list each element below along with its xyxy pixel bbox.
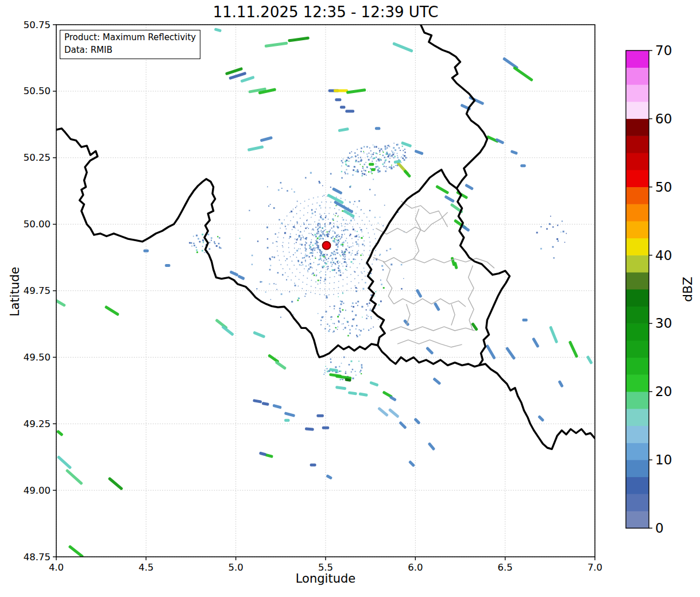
clutter-speckle — [273, 207, 275, 209]
clutter-speckle — [366, 166, 368, 168]
clutter-speckle — [354, 201, 355, 202]
clutter-speckle — [376, 157, 377, 158]
clutter-speckle — [303, 223, 304, 224]
clutter-speckle — [366, 309, 367, 311]
clutter-speckle — [270, 265, 271, 266]
clutter-speckle — [334, 305, 335, 307]
clutter-speckle — [363, 173, 365, 175]
clutter-speckle — [359, 371, 361, 373]
colorbar-segment — [626, 238, 649, 255]
clutter-speckle — [330, 230, 331, 231]
clutter-speckle — [380, 152, 381, 153]
clutter-speckle — [347, 166, 348, 167]
clutter-speckle — [211, 237, 212, 239]
clutter-speckle — [351, 261, 353, 263]
colorbar-segment — [626, 272, 649, 289]
clutter-speckle — [340, 274, 342, 276]
clutter-speckle — [361, 151, 362, 152]
echo-cell — [57, 455, 72, 470]
clutter-speckle — [284, 232, 286, 234]
clutter-speckle — [386, 153, 388, 154]
colorbar-segment — [626, 494, 649, 511]
clutter-speckle — [305, 177, 306, 178]
clutter-speckle — [372, 173, 373, 174]
clutter-speckle — [339, 366, 340, 367]
clutter-speckle — [366, 318, 367, 319]
clutter-speckle — [318, 231, 319, 232]
echo-cell — [513, 66, 533, 82]
clutter-speckle — [339, 371, 340, 372]
clutter-speckle — [293, 191, 295, 192]
clutter-speckle — [374, 217, 376, 218]
colorbar-tick-label: 70 — [655, 43, 672, 58]
clutter-speckle — [362, 273, 363, 274]
clutter-speckle — [387, 156, 388, 157]
clutter-speckle — [366, 154, 368, 155]
clutter-speckle — [302, 264, 303, 265]
regional-borders-group — [373, 201, 494, 347]
clutter-speckle — [380, 217, 381, 218]
clutter-speckle — [325, 217, 326, 218]
clutter-speckle — [361, 306, 363, 308]
clutter-speckle — [324, 230, 325, 231]
clutter-speckle — [345, 161, 346, 162]
echo-cell — [310, 464, 316, 467]
clutter-speckle — [342, 210, 343, 212]
clutter-speckle — [330, 262, 332, 263]
clutter-speckle — [338, 265, 340, 267]
clutter-speckle — [363, 146, 365, 147]
clutter-speckle — [304, 296, 305, 297]
clutter-speckle — [325, 366, 326, 367]
clutter-speckle — [358, 237, 359, 238]
clutter-speckle — [378, 223, 379, 224]
echo-cell — [237, 274, 245, 280]
clutter-speckle — [341, 251, 343, 253]
clutter-speckle — [371, 156, 372, 157]
clutter-speckle — [337, 327, 338, 328]
clutter-speckle — [355, 241, 357, 242]
clutter-speckle — [315, 258, 316, 259]
echo-cell — [214, 28, 222, 32]
regional-border-path — [413, 209, 421, 259]
clutter-speckle — [350, 220, 352, 222]
clutter-speckle — [345, 371, 346, 372]
echo-cell — [414, 149, 423, 155]
clutter-speckle — [329, 325, 330, 327]
radar-site-marker — [323, 242, 331, 250]
clutter-speckle — [378, 304, 380, 305]
clutter-speckle — [352, 319, 354, 320]
colorbar-segment — [626, 340, 649, 358]
clutter-speckle — [397, 157, 399, 158]
colorbar-segment — [626, 306, 649, 323]
clutter-speckle — [326, 295, 327, 296]
clutter-speckle — [345, 249, 347, 250]
clutter-speckle — [281, 223, 283, 224]
clutter-speckle — [269, 258, 270, 259]
clutter-speckle — [342, 251, 343, 252]
echo-cell — [326, 474, 332, 480]
clutter-speckle — [324, 234, 326, 236]
clutter-speckle — [338, 296, 339, 297]
clutter-speckle — [249, 210, 250, 211]
echo-cell — [229, 270, 238, 277]
clutter-speckle — [326, 311, 327, 312]
clutter-speckle — [362, 176, 363, 177]
colorbar-segment — [626, 153, 649, 170]
clutter-speckle — [361, 237, 362, 239]
clutter-speckle — [272, 256, 273, 257]
clutter-speckle — [363, 153, 364, 153]
clutter-speckle — [405, 157, 407, 158]
clutter-speckle — [275, 233, 276, 234]
clutter-speckle — [343, 262, 345, 263]
clutter-speckle — [323, 259, 324, 261]
clutter-speckle — [297, 223, 298, 224]
clutter-speckle — [376, 153, 377, 154]
clutter-speckle — [361, 159, 362, 160]
clutter-speckle — [261, 281, 262, 282]
clutter-speckle — [311, 209, 313, 211]
colorbar-segment — [626, 135, 649, 153]
clutter-speckle — [239, 238, 241, 239]
clutter-speckle — [370, 276, 371, 277]
clutter-speckle — [315, 243, 316, 245]
colorbar-segment — [626, 323, 649, 340]
